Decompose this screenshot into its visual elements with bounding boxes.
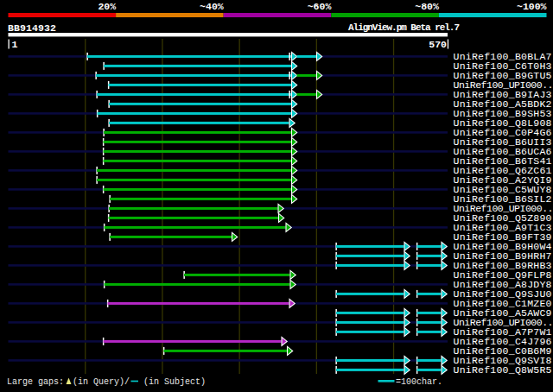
svg-text:(in Subject): (in Subject) (143, 377, 206, 387)
svg-text:1: 1 (12, 39, 18, 50)
svg-text:AlignView.pm Beta rel.7: AlignView.pm Beta rel.7 (348, 22, 460, 33)
svg-text:Large gaps:: Large gaps: (7, 377, 64, 387)
svg-text:UniRef100_Q8W5R5: UniRef100_Q8W5R5 (454, 364, 552, 376)
svg-text:~60%: ~60% (308, 1, 332, 12)
svg-text:(in Query)/: (in Query)/ (73, 377, 130, 387)
svg-text:BB914932: BB914932 (8, 22, 56, 34)
svg-text:~80%: ~80% (415, 1, 439, 12)
svg-text:20%: 20% (98, 1, 116, 12)
svg-text:~100%: ~100% (517, 1, 547, 12)
svg-text:~40%: ~40% (200, 1, 224, 12)
svg-text:570: 570 (429, 39, 447, 50)
svg-text:=100char.: =100char. (396, 377, 442, 387)
